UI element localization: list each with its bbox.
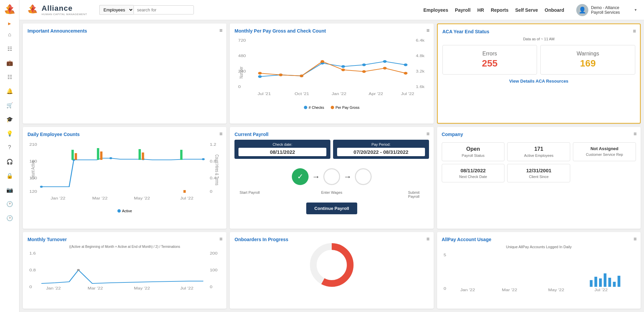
company-payroll-label: Payroll Status — [445, 153, 501, 158]
svg-point-48 — [383, 67, 387, 70]
search-category-select[interactable]: Employees Payroll HR — [99, 5, 133, 15]
nav-employees[interactable]: Employees — [423, 7, 448, 13]
svg-point-42 — [258, 72, 262, 75]
sidebar-item-briefcase[interactable]: 💼 — [4, 57, 16, 69]
nav-payroll[interactable]: Payroll — [455, 7, 471, 13]
aca-errors-label: Errors — [451, 51, 529, 57]
svg-rect-97 — [594, 277, 597, 287]
user-avatar: 👤 — [576, 4, 588, 16]
svg-text:0: 0 — [443, 287, 446, 291]
svg-text:Count Hires & Terms: Count Hires & Terms — [214, 154, 220, 185]
svg-marker-11 — [31, 4, 33, 6]
aca-warnings-box[interactable]: Warnings 169 — [540, 45, 635, 75]
svg-text:100: 100 — [210, 268, 217, 272]
company-active-label: Active Employees — [511, 153, 567, 158]
emp-counts-chart: 210 180 150 120 1.2 0.8 0.4 0 Count Acti… — [28, 140, 222, 207]
sidebar-item-bell[interactable]: 🔔 — [4, 85, 16, 97]
turnover-menu[interactable]: ≡ — [219, 236, 222, 242]
user-dropdown-icon[interactable]: ▼ — [634, 8, 637, 12]
payroll-steps: ✓ → → — [234, 163, 429, 190]
nav-selfserve[interactable]: Self Serve — [515, 7, 538, 13]
sidebar-item-table[interactable]: ☷ — [4, 71, 16, 83]
step-arrow-1: → — [312, 172, 320, 181]
svg-text:1.6: 1.6 — [30, 252, 36, 256]
step-label-start: Start Payroll — [238, 190, 261, 198]
svg-text:Mar '22: Mar '22 — [92, 196, 108, 200]
sidebar-item-cart[interactable]: 🛒 — [4, 99, 16, 111]
sidebar-item-lightbulb[interactable]: 💡 — [4, 127, 16, 139]
sidebar-item-clock2[interactable]: 🕑 — [4, 212, 16, 224]
sidebar-item-graduation[interactable]: 🎓 — [4, 113, 16, 125]
payroll-title: Current Payroll — [234, 132, 429, 137]
sidebar-item-chart[interactable]: ☷ — [4, 43, 16, 55]
onboarders-menu[interactable]: ≡ — [426, 236, 429, 242]
aca-errors-box[interactable]: Errors 255 — [442, 45, 537, 75]
sidebar-item-lock[interactable]: 🔒 — [4, 170, 16, 182]
sidebar-item-headphone[interactable]: 🎧 — [4, 155, 16, 168]
allpay-menu[interactable]: ≡ — [634, 236, 637, 242]
nav-reports[interactable]: Reports — [491, 7, 508, 13]
allpay-card: AllPay Account Usage ≡ Unique AllPay Acc… — [437, 232, 641, 309]
sidebar-item-clock1[interactable]: 🕐 — [4, 198, 16, 210]
svg-text:Mar '22: Mar '22 — [502, 288, 517, 292]
payroll-menu[interactable]: ≡ — [426, 131, 429, 137]
announcements-menu[interactable]: ≡ — [219, 28, 222, 34]
svg-text:3.2k: 3.2k — [416, 70, 425, 74]
sidebar-chevron-right[interactable]: ► — [7, 21, 12, 26]
svg-point-41 — [404, 63, 408, 66]
aca-menu[interactable]: ≡ — [633, 28, 636, 34]
svg-point-39 — [362, 63, 366, 66]
svg-point-49 — [404, 72, 408, 75]
search-input[interactable] — [133, 5, 194, 14]
svg-point-46 — [341, 69, 345, 71]
svg-text:0.8: 0.8 — [30, 268, 36, 272]
svg-point-47 — [362, 70, 366, 73]
allpay-subtitle: Unique AllPay Accounts Logged In Daily — [442, 245, 636, 249]
svg-text:Jan '22: Jan '22 — [51, 196, 65, 200]
company-menu[interactable]: ≡ — [634, 131, 637, 137]
onboarders-title: Onboarders In Progress — [234, 237, 429, 242]
step-labels: Start Payroll Enter Wages Submit Payroll — [234, 190, 429, 198]
svg-point-68 — [202, 158, 205, 160]
svg-rect-71 — [139, 149, 141, 160]
company-stat-rep: Not Assigned Customer Service Rep — [573, 142, 636, 161]
svg-rect-101 — [613, 282, 615, 287]
monthly-chart-menu[interactable]: ≡ — [426, 28, 429, 34]
sidebar-item-question[interactable]: ? — [4, 141, 16, 153]
pay-period-box: Pay Period: 07/20/2022 - 08/31/2022 — [333, 140, 429, 159]
svg-point-34 — [258, 75, 262, 78]
sidebar-item-monitor[interactable]: 📷 — [4, 184, 16, 196]
svg-text:0: 0 — [238, 85, 241, 89]
turnover-chart: 1.6 0.8 0 200 100 0 Jan '22 Mar '22 May … — [28, 250, 222, 290]
user-name: Demo - Alliance Payroll Services — [591, 5, 631, 15]
svg-point-43 — [279, 74, 283, 76]
check-date-label: Check date: — [238, 142, 326, 146]
svg-rect-96 — [590, 280, 592, 287]
svg-rect-70 — [97, 148, 99, 160]
nav-hr[interactable]: HR — [477, 7, 484, 13]
payroll-card: Current Payroll ≡ Check date: 08/11/2022… — [230, 127, 433, 228]
svg-text:May '22: May '22 — [134, 196, 150, 200]
svg-point-40 — [383, 60, 387, 63]
sidebar-item-home[interactable]: ⌂ — [4, 29, 16, 41]
sidebar-logo — [3, 3, 17, 19]
svg-text:Jul '22: Jul '22 — [594, 288, 608, 292]
dashboard: Important Announcements ≡ Monthly Per Pa… — [19, 20, 644, 312]
svg-text:120: 120 — [30, 190, 37, 194]
svg-rect-102 — [618, 276, 620, 287]
svg-point-64 — [40, 186, 43, 188]
announcements-title: Important Announcements — [28, 28, 222, 34]
continue-payroll-button[interactable]: Continue Payroll — [306, 203, 357, 214]
emp-counts-legend: Active — [28, 209, 222, 213]
emp-counts-menu[interactable]: ≡ — [219, 131, 222, 137]
svg-text:Count Active: Count Active — [30, 161, 36, 179]
svg-text:May '22: May '22 — [548, 288, 564, 292]
user-section[interactable]: 👤 Demo - Alliance Payroll Services ▼ — [576, 4, 637, 16]
payroll-dates: Check date: 08/11/2022 Pay Period: 07/20… — [234, 140, 429, 159]
monthly-chart-card: Monthly Per Pay Gross and Check Count ≡ … — [230, 24, 433, 124]
aca-view-details-link[interactable]: View Details ACA Resources — [442, 79, 635, 84]
svg-text:Jul '22: Jul '22 — [401, 92, 415, 96]
nav-onboard[interactable]: Onboard — [545, 7, 564, 13]
svg-text:4.8k: 4.8k — [416, 54, 425, 58]
svg-text:Apr '22: Apr '22 — [369, 92, 383, 96]
